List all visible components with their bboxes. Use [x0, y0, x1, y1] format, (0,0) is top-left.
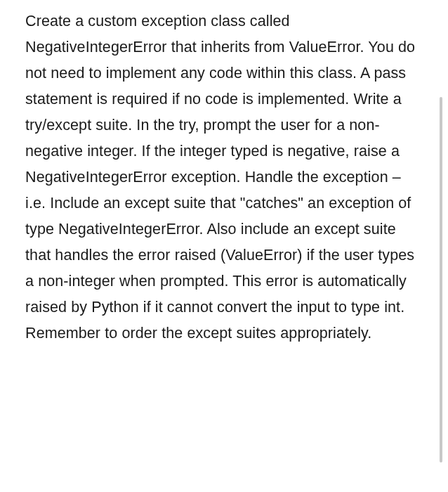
question-text: Create a custom exception class called N… — [25, 8, 423, 347]
scrollbar-thumb[interactable] — [440, 97, 442, 462]
content-wrapper: Create a custom exception class called N… — [0, 0, 448, 492]
